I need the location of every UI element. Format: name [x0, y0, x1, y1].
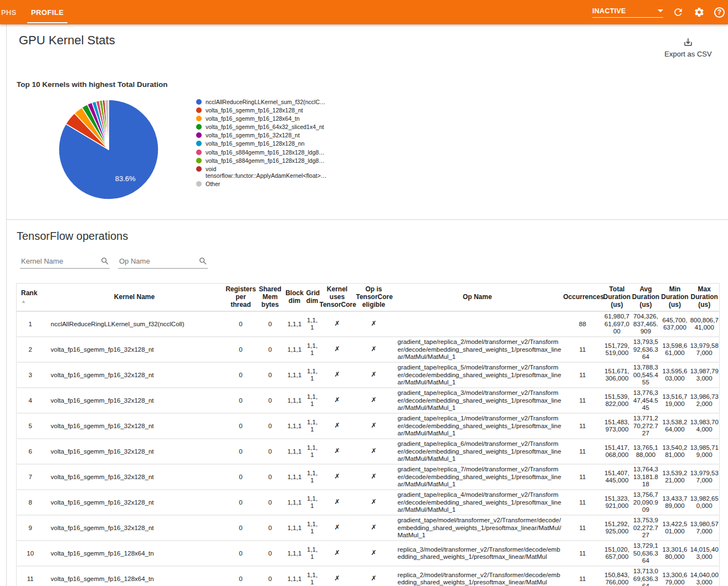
op-name-filter-input[interactable] — [118, 256, 198, 266]
cell-block-dim: 1,1,1 — [284, 566, 306, 586]
cell-min-duration: 13,301,680,000 — [660, 541, 690, 566]
cell-occurrences: 11 — [563, 515, 603, 541]
cell-total-duration: 151,729,519,000 — [603, 337, 632, 362]
chart-legend: ncclAllReduceRingLLKernel_sum_f32(ncclC…… — [196, 96, 325, 202]
cell-op-name: replica_3/model/transformer_v2/Transform… — [392, 541, 563, 566]
cell-block-dim: 1,1,1 — [284, 490, 306, 515]
cell-shared-mem: 0 — [257, 566, 284, 586]
gear-icon — [694, 7, 705, 18]
tensorflow-operations-section: TensorFlow operations Rank — [7, 220, 728, 586]
cell-tensorcore-eligible: ✗ — [356, 566, 392, 586]
cell-kernel-name: ncclAllReduceRingLLKernel_sum_f32(ncclCo… — [44, 311, 225, 337]
cell-uses-tensorcore: ✗ — [319, 541, 356, 566]
export-csv-button[interactable]: Export as CSV — [657, 37, 719, 59]
cell-shared-mem: 0 — [257, 337, 284, 362]
legend-item: volta_fp16_s884gemm_fp16_128x128_ldg8… — [196, 149, 325, 156]
legend-item: Other — [196, 181, 325, 188]
table-row: 4volta_fp16_sgemm_fp16_32x128_nt001,1,11… — [17, 388, 720, 413]
cell-registers: 0 — [225, 490, 257, 515]
cell-occurrences: 11 — [563, 541, 603, 566]
cell-kernel-name: volta_fp16_sgemm_fp16_32x128_nt — [44, 439, 225, 464]
cell-rank: 10 — [17, 541, 44, 566]
column-header-tensorcore-eligible[interactable]: Op is TensorCore eligible — [356, 284, 392, 312]
table-filters — [20, 256, 728, 269]
column-header-registers[interactable]: Registers per thread — [225, 284, 257, 312]
table-row: 2volta_fp16_sgemm_fp16_32x128_nt001,1,11… — [17, 337, 720, 362]
column-header-op-name[interactable]: Op Name — [392, 284, 563, 312]
cell-grid-dim: 1,1,1 — [306, 515, 319, 541]
cell-max-duration: 13,979,537,000 — [690, 464, 720, 490]
cell-registers: 0 — [225, 413, 257, 439]
search-icon — [100, 256, 110, 266]
cell-total-duration: 151,407,445,000 — [603, 464, 632, 490]
cell-rank: 7 — [17, 464, 44, 490]
legend-label: volta_fp16_sgemm_fp16_32x128_nt — [206, 132, 300, 139]
cell-registers: 0 — [225, 541, 257, 566]
cell-avg-duration: 13,756,720,090.909 — [632, 490, 660, 515]
column-header-kernel-name[interactable]: Kernel Name — [44, 284, 225, 312]
cell-block-dim: 1,1,1 — [284, 337, 306, 362]
column-header-min-duration[interactable]: Min Duration (us) — [660, 284, 690, 312]
tab-bar: PHS PROFILE — [0, 0, 71, 24]
cell-grid-dim: 1,1,1 — [306, 362, 319, 388]
column-header-total-duration[interactable]: Total Duration (us) — [603, 284, 632, 312]
cell-occurrences: 11 — [563, 566, 603, 586]
cell-uses-tensorcore: ✗ — [319, 337, 356, 362]
cell-min-duration: 13,598,661,000 — [660, 337, 690, 362]
search-icon — [198, 256, 208, 266]
help-button[interactable]: ? — [714, 7, 725, 18]
column-header-block-dim[interactable]: Block dim — [284, 284, 306, 312]
legend-label: volta_fp16_sgemm_fp16_64x32_sliced1x4_nt — [206, 124, 324, 131]
cell-uses-tensorcore: ✗ — [319, 464, 356, 490]
cell-max-duration: 13,982,650,000 — [690, 490, 720, 515]
legend-bullet-icon — [196, 150, 202, 155]
cell-total-duration: 151,323,921,000 — [603, 490, 632, 515]
export-csv-label: Export as CSV — [664, 50, 711, 58]
column-header-avg-duration[interactable]: Avg Duration (us) — [632, 284, 660, 312]
cell-occurrences: 11 — [563, 388, 603, 413]
cell-registers: 0 — [225, 566, 257, 586]
column-header-grid-dim[interactable]: Grid dim — [306, 284, 319, 312]
cell-op-name — [392, 311, 563, 337]
tab-profile[interactable]: PROFILE — [24, 0, 71, 24]
column-header-shared-mem[interactable]: Shared Mem bytes — [257, 284, 284, 312]
cell-kernel-name: volta_fp16_sgemm_fp16_32x128_nt — [44, 464, 225, 490]
legend-bullet-icon — [196, 181, 202, 187]
settings-button[interactable] — [693, 6, 705, 18]
cell-kernel-name: volta_fp16_sgemm_fp16_32x128_nt — [44, 515, 225, 541]
cell-rank: 5 — [17, 413, 44, 439]
cell-occurrences: 11 — [563, 337, 603, 362]
column-header-max-duration[interactable]: Max Duration (us) — [690, 284, 720, 312]
legend-bullet-icon — [196, 107, 202, 113]
column-header-rank[interactable]: Rank ▲ — [17, 284, 44, 312]
column-header-occurrences[interactable]: Occurrences — [563, 284, 603, 312]
cell-grid-dim: 1,1,1 — [306, 566, 319, 586]
cell-avg-duration: 13,729,150,636.364 — [632, 541, 660, 566]
cell-tensorcore-eligible: ✗ — [356, 413, 392, 439]
kernel-name-filter-input[interactable] — [20, 256, 100, 266]
cell-max-duration: 13,987,793,000 — [690, 362, 720, 388]
cell-kernel-name: volta_fp16_sgemm_fp16_32x128_nt — [44, 388, 225, 413]
refresh-button[interactable] — [672, 6, 684, 18]
legend-item: volta_fp16_sgemm_fp16_64x32_sliced1x4_nt — [196, 124, 325, 131]
legend-bullet-icon — [196, 132, 202, 138]
pie-chart: 83.6% — [53, 96, 164, 202]
cell-min-duration: 13,433,789,000 — [660, 490, 690, 515]
cell-block-dim: 1,1,1 — [284, 541, 306, 566]
cell-uses-tensorcore: ✗ — [319, 439, 356, 464]
table-row: 10volta_fp16_sgemm_fp16_128x64_tn001,1,1… — [17, 541, 720, 566]
cell-avg-duration: 13,776,347,454.545 — [632, 388, 660, 413]
cell-block-dim: 1,1,1 — [284, 388, 306, 413]
cell-tensorcore-eligible: ✗ — [356, 541, 392, 566]
column-header-uses-tensorcore[interactable]: Kernel uses TensorCore — [319, 284, 356, 312]
main-content: GPU Kernel Stats Export as CSV Top 10 Ke… — [6, 24, 728, 586]
chart-title: Top 10 Kernels with highest Total Durati… — [17, 80, 719, 89]
legend-bullet-icon — [196, 166, 202, 172]
cell-op-name: gradient_tape/replica_4/model/transforme… — [392, 490, 563, 515]
cell-occurrences: 11 — [563, 490, 603, 515]
run-status-select[interactable]: INACTIVE — [592, 7, 663, 18]
tab-graphs[interactable]: PHS — [0, 0, 24, 24]
cell-kernel-name: volta_fp16_sgemm_fp16_32x128_nt — [44, 413, 225, 439]
cell-uses-tensorcore: ✗ — [319, 515, 356, 541]
cell-uses-tensorcore: ✗ — [319, 311, 356, 337]
